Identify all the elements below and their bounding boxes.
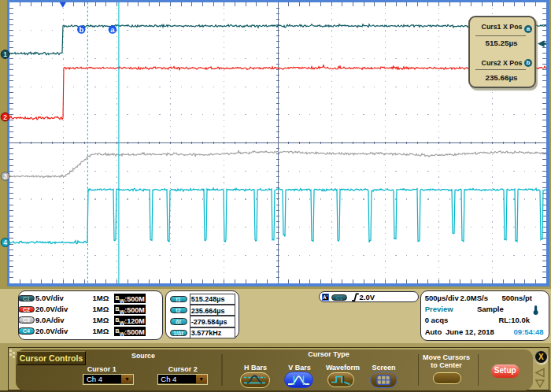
svg-text:b: b	[79, 25, 83, 34]
svg-text:4: 4	[3, 239, 7, 246]
svg-text:1: 1	[3, 50, 7, 58]
svg-text:a: a	[110, 25, 115, 34]
svg-text:3: 3	[3, 172, 7, 180]
svg-text:2: 2	[3, 113, 7, 121]
